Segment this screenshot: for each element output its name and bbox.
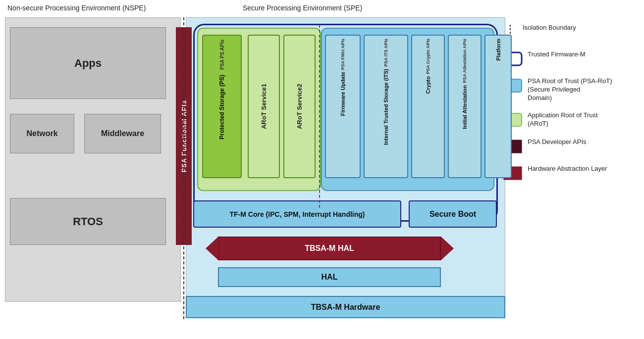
apps-label: Apps bbox=[74, 57, 102, 70]
psa-attestation-apis-label: PSA Attestation APIs bbox=[462, 39, 467, 83]
tbsa-hal-box: TBSA-M HAL bbox=[218, 237, 441, 260]
secure-boot-box: Secure Boot bbox=[409, 200, 497, 228]
rtos-label: RTOS bbox=[73, 215, 103, 228]
middleware-label: Middleware bbox=[101, 129, 144, 138]
tbsa-hal-label: TBSA-M HAL bbox=[305, 244, 354, 253]
tfm-core-box: TF-M Core (IPC, SPM, Interrupt Handling) bbox=[193, 200, 401, 228]
its-label: Internal Trusted Storage (ITS) bbox=[383, 69, 389, 145]
arot-service2-label: ARoT Service2 bbox=[296, 84, 303, 129]
crypto-box: PSA Crypto APIs Crypto bbox=[411, 35, 445, 178]
legend-isolation-boundary: Isolation Boundary bbox=[503, 24, 637, 42]
legend-hal-text: Hardware Abstraction Layer bbox=[528, 165, 607, 173]
apps-box: Apps bbox=[10, 27, 166, 99]
legend-trusted-firmware-text: Trusted Firmware-M bbox=[528, 50, 586, 59]
hal-box: HAL bbox=[218, 267, 441, 287]
tbsa-hardware-box: TBSA-M Hardware bbox=[186, 296, 505, 318]
legend-isolation-text: Isolation Boundary bbox=[523, 24, 576, 32]
network-label: Network bbox=[26, 129, 57, 138]
protected-storage-label: Protected Storage (PS) bbox=[218, 75, 225, 140]
legend-psa-developer-text: PSA Developer APIs bbox=[528, 138, 587, 146]
legend-arot: Application Root of Trust(ARoT) bbox=[503, 111, 637, 129]
tbsa-hardware-label: TBSA-M Hardware bbox=[311, 303, 380, 312]
tfm-core-label: TF-M Core (IPC, SPM, Interrupt Handling) bbox=[230, 210, 365, 218]
platform-box: Platform bbox=[484, 35, 512, 178]
legend: Isolation Boundary Trusted Firmware-M PS… bbox=[503, 24, 637, 192]
psa-fwu-apis-label: PSA FWU APIs bbox=[340, 39, 345, 70]
arot-service2-box: ARoT Service2 bbox=[283, 35, 316, 178]
legend-arot-text: Application Root of Trust(ARoT) bbox=[528, 111, 598, 128]
legend-hal: Hardware Abstraction Layer bbox=[503, 165, 637, 183]
attestation-box: PSA Attestation APIs Initial Attestation bbox=[448, 35, 482, 178]
psa-its-apis-label: PSA ITS APIs bbox=[383, 39, 388, 67]
psa-ps-apis-label: PSA PS APIs bbox=[219, 40, 225, 70]
tbsa-hal-arrow-left bbox=[206, 237, 218, 260]
legend-trusted-firmware: Trusted Firmware-M bbox=[503, 50, 637, 68]
diagram-container: Non-secure Processing Environment (NSPE)… bbox=[0, 0, 644, 339]
secure-boot-label: Secure Boot bbox=[429, 210, 476, 219]
nspe-label: Non-secure Processing Environment (NSPE) bbox=[7, 4, 146, 12]
tbsa-hal-arrow-right bbox=[441, 237, 454, 260]
its-box: PSA ITS APIs Internal Trusted Storage (I… bbox=[364, 35, 408, 178]
dashed-divider bbox=[319, 25, 320, 208]
arot-service1-box: ARoT Service1 bbox=[248, 35, 280, 178]
platform-label: Platform bbox=[495, 39, 501, 61]
crypto-label: Crypto bbox=[425, 76, 431, 94]
psa-crypto-apis-label: PSA Crypto APIs bbox=[426, 39, 430, 74]
firmware-update-box: PSA FWU APIs Firmware Update bbox=[325, 35, 361, 178]
hal-label: HAL bbox=[322, 273, 338, 282]
arot-service1-label: ARoT Service1 bbox=[260, 84, 268, 129]
network-box: Network bbox=[10, 114, 74, 153]
legend-psa-developer-apis: PSA Developer APIs bbox=[503, 138, 637, 156]
protected-storage-box: PSA PS APIs Protected Storage (PS) bbox=[202, 35, 242, 178]
attestation-label: Initial Attestation bbox=[462, 85, 468, 129]
spe-label: Secure Processing Environment (SPE) bbox=[243, 4, 362, 12]
legend-psa-rot-text: PSA Root of Trust (PSA-RoT)(Secure Privi… bbox=[528, 77, 612, 102]
isolation-boundary-line bbox=[183, 17, 184, 319]
firmware-update-label: Firmware Update bbox=[340, 72, 346, 116]
middleware-box: Middleware bbox=[84, 114, 161, 153]
legend-psa-rot: PSA Root of Trust (PSA-RoT)(Secure Privi… bbox=[503, 77, 637, 102]
rtos-box: RTOS bbox=[10, 198, 166, 245]
